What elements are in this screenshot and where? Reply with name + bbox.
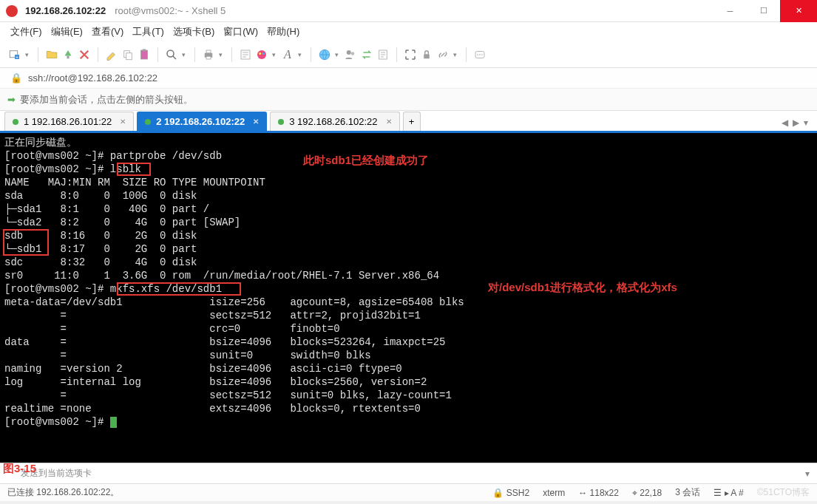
disconnect-icon[interactable] bbox=[77, 47, 92, 62]
tab-nav-left-icon[interactable]: ◀ bbox=[782, 118, 788, 128]
term-line: [root@vms002 ~]# lsblk bbox=[4, 163, 141, 175]
edit-icon[interactable] bbox=[104, 47, 119, 62]
maximize-button[interactable]: ☐ bbox=[747, 0, 780, 22]
terminal[interactable]: 正在同步磁盘。 [root@vms002 ~]# partprobe /dev/… bbox=[0, 133, 817, 463]
dropdown-icon[interactable]: ▾ bbox=[335, 51, 339, 58]
copy-icon[interactable] bbox=[121, 47, 135, 62]
num-icon: # bbox=[739, 488, 744, 498]
close-tab-icon[interactable]: ✕ bbox=[253, 118, 259, 126]
term-line: └─sdb1 8:17 0 2G 0 part bbox=[4, 243, 197, 255]
svg-point-24 bbox=[481, 54, 483, 55]
svg-rect-6 bbox=[141, 50, 148, 59]
dropdown-icon[interactable]: ▾ bbox=[219, 51, 223, 58]
cursor bbox=[110, 417, 117, 428]
dropdown-icon[interactable]: ▾ bbox=[298, 51, 302, 58]
session-tab-2[interactable]: 2 192.168.26.102:22✕ bbox=[137, 112, 267, 131]
term-line: 正在同步磁盘。 bbox=[4, 137, 77, 149]
term-line: naming =version 2 bsize=4096 ascii-ci=0 … bbox=[4, 363, 402, 375]
term-line: [root@vms002 ~]# bbox=[4, 416, 110, 428]
term-line: meta-data=/dev/sdb1 isize=256 agcount=8,… bbox=[4, 296, 464, 308]
annotation-2: 对/dev/sdb1进行格式化，格式化为xfs bbox=[488, 281, 677, 294]
help-icon[interactable] bbox=[472, 47, 487, 62]
add-tab-button[interactable]: + bbox=[403, 112, 421, 131]
status-size: 118x22 bbox=[590, 488, 619, 498]
term-line: └─sda2 8:2 0 4G 0 part [SWAP] bbox=[4, 217, 240, 228]
menu-view[interactable]: 查看(V) bbox=[92, 25, 123, 38]
svg-point-23 bbox=[479, 54, 481, 55]
close-button[interactable]: ✕ bbox=[780, 0, 817, 22]
status-term: xterm bbox=[543, 488, 565, 498]
svg-point-15 bbox=[262, 52, 265, 55]
term-line: sdc 8:32 0 4G 0 disk bbox=[4, 256, 197, 268]
open-icon[interactable] bbox=[44, 47, 59, 62]
new-session-icon[interactable]: + bbox=[7, 47, 22, 62]
tab-nav-right-icon[interactable]: ▶ bbox=[793, 118, 799, 128]
menu-tabs[interactable]: 选项卡(B) bbox=[173, 25, 214, 38]
term-line: sdb 8:16 0 2G 0 disk bbox=[4, 230, 197, 242]
lock-scroll-icon[interactable] bbox=[419, 47, 434, 62]
title-host: 192.168.26.102:22 bbox=[25, 5, 106, 16]
minimize-button[interactable]: ─ bbox=[713, 0, 747, 22]
paste-icon[interactable] bbox=[137, 47, 152, 62]
arrow-icon[interactable]: ➡ bbox=[7, 94, 16, 105]
address-bar[interactable]: 🔒 ssh://root@192.168.26.102:22 bbox=[0, 68, 817, 89]
titlebar: 192.168.26.102:22 root@vms002:~ - Xshell… bbox=[0, 0, 817, 22]
caps-icon: A bbox=[730, 488, 736, 498]
print-icon[interactable] bbox=[201, 47, 216, 62]
svg-rect-20 bbox=[424, 54, 430, 58]
term-line: sda 8:0 0 100G 0 disk bbox=[4, 190, 197, 202]
term-line: = sunit=0 swidth=0 blks bbox=[4, 350, 371, 361]
menu-edit[interactable]: 编辑(E) bbox=[51, 25, 83, 38]
figure-label: 图3-15 bbox=[3, 462, 36, 476]
properties-icon[interactable] bbox=[238, 47, 253, 62]
annotation-1: 此时sdb1已经创建成功了 bbox=[303, 154, 429, 167]
users-icon[interactable] bbox=[343, 47, 358, 62]
ssh-icon: 🔒 bbox=[492, 488, 504, 498]
reconnect-icon[interactable] bbox=[61, 47, 75, 62]
tab-label: 2 192.168.26.102:22 bbox=[156, 116, 245, 127]
dropdown-icon[interactable]: ▾ bbox=[25, 51, 29, 58]
term-line: NAME MAJ:MIN RM SIZE RO TYPE MOUNTPOINT bbox=[4, 177, 265, 188]
status-dot-icon bbox=[13, 119, 18, 125]
send-menu-icon[interactable]: ▾ bbox=[805, 469, 810, 479]
status-pos: 22,18 bbox=[640, 488, 662, 498]
font-icon[interactable]: A bbox=[280, 47, 295, 62]
tip-text: 要添加当前会话，点击左侧的箭头按钮。 bbox=[20, 93, 193, 106]
menu-tools[interactable]: 工具(T) bbox=[132, 25, 164, 38]
chain-icon[interactable] bbox=[435, 47, 450, 62]
fullscreen-icon[interactable] bbox=[403, 47, 418, 62]
toolbar: +▾ ▾ ▾ ▾ A▾ ▾ ▾ bbox=[0, 41, 817, 68]
tab-label: 3 192.168.26.102:22 bbox=[289, 116, 377, 127]
search-icon[interactable] bbox=[164, 47, 179, 62]
status-sessions: 3 会话 bbox=[675, 486, 700, 499]
term-line: [root@vms002 ~]# partprobe /dev/sdb bbox=[4, 150, 222, 162]
dropdown-icon[interactable]: ▾ bbox=[182, 51, 186, 58]
menu-file[interactable]: 文件(F) bbox=[10, 25, 42, 38]
session-tab-1[interactable]: 1 192.168.26.101:22✕ bbox=[4, 112, 134, 131]
status-connection: 已连接 192.168.26.102:22。 bbox=[7, 486, 119, 499]
dropdown-icon[interactable]: ▾ bbox=[272, 51, 276, 58]
list-icon[interactable]: ☰ bbox=[713, 488, 722, 498]
status-dot-icon bbox=[278, 119, 284, 125]
send-bar[interactable]: 图3-15 发送到当前选项卡 ▾ bbox=[0, 463, 817, 483]
menu-help[interactable]: 帮助(H) bbox=[267, 25, 299, 38]
session-tab-3[interactable]: 3 192.168.26.102:22✕ bbox=[270, 112, 399, 131]
transfer-icon[interactable] bbox=[359, 47, 374, 62]
term-line: log =internal log bsize=4096 blocks=2560… bbox=[4, 376, 427, 388]
status-proto: SSH2 bbox=[506, 488, 529, 498]
svg-text:+: + bbox=[16, 54, 18, 58]
dropdown-icon[interactable]: ▾ bbox=[453, 51, 457, 58]
close-tab-icon[interactable]: ✕ bbox=[120, 118, 126, 126]
term-line: = crc=0 finobt=0 bbox=[4, 323, 340, 335]
script-icon[interactable] bbox=[376, 47, 390, 62]
close-tab-icon[interactable]: ✕ bbox=[386, 118, 392, 126]
globe-icon[interactable] bbox=[317, 47, 332, 62]
color-icon[interactable] bbox=[254, 47, 269, 62]
address-text: ssh://root@192.168.26.102:22 bbox=[28, 72, 157, 84]
tab-list-icon[interactable]: ▾ bbox=[804, 118, 808, 128]
status-dot-icon bbox=[145, 119, 151, 125]
menu-window[interactable]: 窗口(W) bbox=[223, 25, 258, 38]
svg-point-22 bbox=[477, 54, 478, 55]
watermark: ©51CTO博客 bbox=[757, 486, 810, 499]
svg-point-14 bbox=[259, 52, 261, 55]
